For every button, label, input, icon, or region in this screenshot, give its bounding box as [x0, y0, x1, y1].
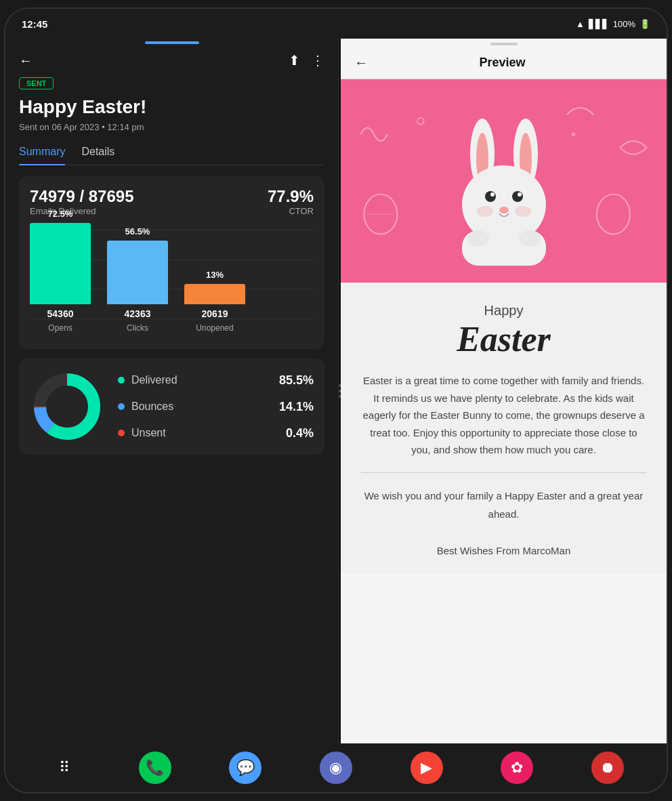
campaign-title: Happy Easter! [19, 96, 324, 118]
share-button[interactable]: ⬆ [289, 52, 300, 68]
unopened-val: 20619 [202, 308, 228, 319]
header-icons: ⬆ ⋮ [289, 52, 324, 68]
legend-bounces: Bounces 14.1% [118, 400, 314, 414]
unopened-label: Unopened [196, 323, 233, 333]
easter-body-text: Easter is a great time to come together … [361, 372, 646, 459]
nav-phone-button[interactable]: 📞 [139, 752, 171, 784]
opens-val: 54360 [47, 308, 74, 319]
bottom-nav: ⠿ 📞 💬 ◉ ▶ ✿ ⏺ [5, 743, 667, 792]
clicks-pct: 56.5% [125, 226, 150, 237]
right-top-indicator [490, 43, 518, 45]
unopened-pct: 13% [206, 270, 224, 280]
svg-point-7 [417, 118, 424, 125]
unsent-pct: 0.4% [286, 426, 314, 440]
bounces-pct: 14.1% [279, 400, 314, 414]
legend-unsent: Unsent 0.4% [118, 426, 314, 440]
unopened-bar [184, 284, 245, 304]
left-panel: ← ⬆ ⋮ SENT Happy Easter! Sent on 06 Apr … [5, 39, 339, 743]
bunny-illustration [436, 117, 572, 266]
right-panel: ← Preview [341, 39, 667, 743]
ctor: 77.9% CTOR [268, 187, 314, 216]
bounces-label: Bounces [131, 400, 272, 413]
battery-label: 100% [613, 19, 635, 29]
delivered-pct: 85.5% [279, 373, 314, 388]
status-time: 12:45 [22, 18, 47, 30]
svg-point-14 [485, 191, 496, 202]
svg-point-16 [490, 192, 495, 197]
tab-summary[interactable]: Summary [19, 146, 65, 165]
nav-red1-button[interactable]: ▶ [411, 752, 443, 784]
bar-chart-wrapper: 72.5% 54360 Opens 56.5% 42363 Clicks [30, 230, 314, 338]
nav-pink-button[interactable]: ✿ [501, 752, 533, 784]
svg-point-19 [477, 206, 493, 217]
wish-text: We wish you and your family a Happy East… [364, 490, 644, 520]
bar-opens: 72.5% 54360 Opens [30, 209, 91, 333]
chart-legend: Delivered 85.5% Bounces 14.1% Unsent 0.4… [118, 373, 314, 440]
nav-chat-button[interactable]: 💬 [229, 752, 261, 784]
preview-content: Happy Easter Easter is a great time to c… [341, 79, 667, 743]
delivered-label: Delivered [131, 374, 272, 386]
device-container: 12:45 ▲ ▋▋▋ 100% 🔋 ← ⬆ ⋮ SENT Happy [4, 7, 668, 794]
more-button[interactable]: ⋮ [311, 52, 324, 68]
clicks-label: Clicks [127, 323, 148, 333]
donut-card: Delivered 85.5% Bounces 14.1% Unsent 0.4… [19, 358, 324, 455]
nav-galaxy-button[interactable]: ◉ [320, 752, 352, 784]
left-content: SENT Happy Easter! Sent on 06 Apr 2023 •… [5, 77, 338, 743]
delivered-dot [118, 377, 125, 384]
svg-point-17 [518, 192, 522, 197]
clicks-bar [107, 241, 168, 304]
battery-icon: 🔋 [639, 19, 650, 29]
bounces-dot [118, 403, 125, 410]
svg-point-6 [597, 194, 630, 234]
right-header: ← Preview [341, 47, 667, 79]
emails-delivered-num: 74979 / 87695 [30, 187, 133, 206]
legend-delivered: Delivered 85.5% [118, 373, 314, 388]
content-divider [361, 472, 646, 473]
signature: Best Wishes From MarcoMan [437, 545, 571, 556]
status-icons: ▲ ▋▋▋ 100% 🔋 [576, 19, 650, 29]
bar-chart: 72.5% 54360 Opens 56.5% 42363 Clicks [30, 230, 314, 338]
left-header: ← ⬆ ⋮ [5, 47, 338, 77]
svg-point-4 [364, 194, 397, 234]
svg-point-8 [572, 132, 576, 136]
split-container: ← ⬆ ⋮ SENT Happy Easter! Sent on 06 Apr … [5, 39, 667, 743]
donut-chart-svg [30, 369, 104, 444]
opens-pct: 72.5% [48, 209, 73, 219]
unsent-dot [118, 430, 125, 436]
svg-point-23 [519, 230, 541, 247]
preview-title: Preview [376, 56, 629, 70]
svg-point-20 [515, 206, 531, 217]
status-bar: 12:45 ▲ ▋▋▋ 100% 🔋 [5, 9, 667, 39]
opens-label: Opens [48, 323, 72, 333]
easter-body: Happy Easter Easter is a great time to c… [341, 283, 667, 573]
clicks-val: 42363 [125, 308, 151, 319]
svg-point-15 [512, 191, 523, 202]
signal-icon: ▋▋▋ [589, 19, 609, 29]
wifi-icon: ▲ [576, 19, 585, 29]
nav-red2-button[interactable]: ⏺ [591, 752, 624, 784]
donut-container [30, 369, 104, 444]
easter-hero [341, 79, 667, 283]
preview-back-button[interactable]: ← [354, 55, 368, 70]
easter-wish: We wish you and your family a Happy East… [361, 487, 646, 560]
easter-script: Easter [361, 320, 646, 358]
svg-point-22 [467, 230, 489, 247]
sent-badge: SENT [19, 77, 54, 89]
ctor-label: CTOR [268, 206, 314, 216]
tabs: Summary Details [19, 146, 324, 165]
stats-card: 74979 / 87695 Emails Delivered 77.9% CTO… [19, 176, 324, 349]
back-button[interactable]: ← [19, 53, 33, 68]
tab-details[interactable]: Details [81, 146, 114, 165]
sent-info: Sent on 06 Apr 2023 • 12:14 pm [19, 122, 324, 132]
top-indicator [145, 41, 199, 44]
ctor-value: 77.9% [268, 187, 314, 206]
bar-unopened: 13% 20619 Unopened [184, 270, 245, 333]
opens-bar [30, 223, 91, 304]
nav-grid-button[interactable]: ⠿ [48, 752, 81, 784]
bar-clicks: 56.5% 42363 Clicks [107, 226, 168, 333]
svg-point-18 [499, 207, 509, 213]
unsent-label: Unsent [131, 427, 279, 439]
happy-text: Happy [361, 303, 646, 319]
